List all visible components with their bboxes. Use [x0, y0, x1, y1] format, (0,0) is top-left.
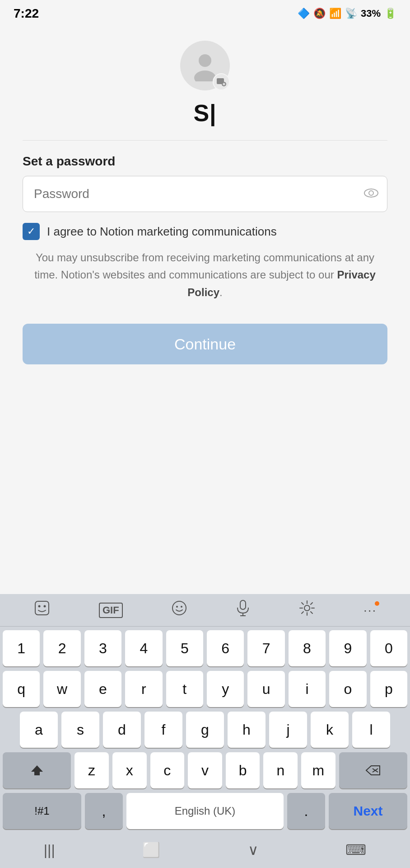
key-f[interactable]: f [144, 712, 182, 748]
bluetooth-icon: 🔷 [298, 8, 310, 19]
key-2[interactable]: 2 [43, 630, 80, 666]
consent-text: You may unsubscribe from receiving marke… [23, 249, 387, 301]
key-9[interactable]: 9 [329, 630, 366, 666]
number-row: 1 2 3 4 5 6 7 8 9 0 [3, 630, 407, 666]
key-d[interactable]: d [103, 712, 141, 748]
password-input[interactable] [23, 176, 387, 212]
mic-svg [236, 599, 250, 617]
signal-icon: 📡 [345, 8, 357, 19]
shift-key[interactable] [3, 752, 71, 788]
bottom-nav: ||| ⬜ ∨ ⌨ [0, 836, 410, 868]
key-0[interactable]: 0 [370, 630, 407, 666]
key-h[interactable]: h [228, 712, 266, 748]
password-toggle-icon[interactable] [364, 187, 378, 201]
emoji-icon[interactable] [171, 600, 187, 620]
key-b[interactable]: b [226, 752, 260, 788]
key-7[interactable]: 7 [247, 630, 284, 666]
key-c[interactable]: c [150, 752, 185, 788]
status-bar: 7:22 🔷 🔕 📶 📡 33% 🔋 [0, 0, 410, 27]
status-icons: 🔷 🔕 📶 📡 33% 🔋 [298, 8, 396, 19]
key-y[interactable]: y [207, 671, 244, 707]
battery-icon: 🔋 [384, 8, 396, 19]
checkbox-label: I agree to Notion marketing communicatio… [47, 225, 277, 239]
password-label: Set a password [23, 154, 387, 169]
keyboard-toolbar: GIF ··· [0, 594, 410, 627]
add-photo-icon [216, 77, 226, 87]
password-input-wrapper [23, 176, 387, 212]
bottom-row: !#1 , English (UK) . Next [3, 793, 407, 829]
shift-icon [30, 764, 44, 777]
battery-percent: 33% [361, 8, 381, 19]
key-z[interactable]: z [75, 752, 109, 788]
continue-button[interactable]: Continue [23, 324, 387, 364]
svg-rect-14 [240, 600, 246, 609]
svg-marker-18 [31, 765, 43, 775]
key-q[interactable]: q [3, 671, 40, 707]
add-photo-button[interactable] [213, 73, 230, 90]
key-1[interactable]: 1 [3, 630, 40, 666]
asdf-row: a s d f g h j k l [3, 712, 407, 748]
app-area: S| Set a password ✓ I agree to Notion ma… [0, 27, 410, 364]
key-u[interactable]: u [247, 671, 284, 707]
keyboard-nav-icon[interactable]: ⌨ [345, 841, 366, 859]
keyboard-keys: 1 2 3 4 5 6 7 8 9 0 q w e r t y u i o p … [0, 627, 410, 836]
key-p[interactable]: p [370, 671, 407, 707]
stickers-icon[interactable] [33, 599, 51, 621]
period-key[interactable]: . [287, 793, 325, 829]
key-x[interactable]: x [112, 752, 147, 788]
avatar-container [180, 41, 230, 90]
microphone-icon[interactable] [236, 599, 250, 621]
key-t[interactable]: t [166, 671, 203, 707]
profile-section: S| [23, 36, 387, 136]
backspace-key[interactable] [339, 752, 407, 788]
recent-nav-icon[interactable]: ∨ [248, 841, 258, 859]
gif-icon[interactable]: GIF [99, 603, 123, 618]
more-icon[interactable]: ··· [363, 603, 377, 618]
keyboard-area: GIF ··· [0, 594, 410, 868]
key-v[interactable]: v [188, 752, 222, 788]
marketing-consent-row: ✓ I agree to Notion marketing communicat… [23, 223, 387, 240]
key-6[interactable]: 6 [207, 630, 244, 666]
settings-icon[interactable] [299, 600, 315, 620]
key-8[interactable]: 8 [289, 630, 326, 666]
symbols-key[interactable]: !#1 [3, 793, 81, 829]
key-l[interactable]: l [352, 712, 390, 748]
marketing-checkbox[interactable]: ✓ [23, 223, 40, 240]
key-4[interactable]: 4 [125, 630, 162, 666]
eye-svg [364, 188, 378, 198]
svg-point-0 [199, 54, 211, 67]
notification-dot [375, 601, 379, 606]
home-nav-icon[interactable]: ⬜ [142, 841, 160, 859]
key-3[interactable]: 3 [84, 630, 121, 666]
svg-point-7 [369, 191, 373, 195]
backspace-icon [365, 765, 381, 776]
key-a[interactable]: a [20, 712, 58, 748]
status-time: 7:22 [14, 6, 39, 21]
key-n[interactable]: n [263, 752, 298, 788]
password-section: Set a password ✓ I agree to Notion marke… [23, 154, 387, 364]
key-s[interactable]: s [61, 712, 99, 748]
zxcv-row: z x c v b n m [3, 752, 407, 788]
settings-svg [299, 600, 315, 616]
comma-key[interactable]: , [85, 793, 123, 829]
checkmark-icon: ✓ [27, 226, 35, 237]
key-g[interactable]: g [186, 712, 224, 748]
qwerty-row: q w e r t y u i o p [3, 671, 407, 707]
space-key[interactable]: English (UK) [126, 793, 284, 829]
key-i[interactable]: i [289, 671, 326, 707]
key-o[interactable]: o [329, 671, 366, 707]
svg-point-17 [304, 605, 310, 611]
stickers-svg [33, 599, 51, 617]
key-m[interactable]: m [301, 752, 335, 788]
key-e[interactable]: e [84, 671, 121, 707]
svg-point-12 [176, 606, 178, 608]
next-key[interactable]: Next [329, 793, 407, 829]
key-j[interactable]: j [269, 712, 307, 748]
name-display: S| [193, 99, 216, 127]
key-r[interactable]: r [125, 671, 162, 707]
mute-icon: 🔕 [313, 8, 326, 19]
key-5[interactable]: 5 [166, 630, 203, 666]
back-nav-icon[interactable]: ||| [44, 842, 55, 859]
key-w[interactable]: w [43, 671, 80, 707]
key-k[interactable]: k [311, 712, 349, 748]
